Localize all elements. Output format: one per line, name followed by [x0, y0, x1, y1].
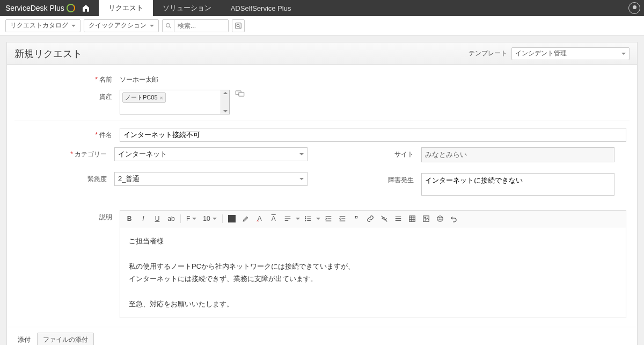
font-size-dropdown[interactable]: 10: [201, 215, 218, 222]
nav-tab-adself[interactable]: ADSelfService Plus: [221, 0, 301, 16]
request-form-card: 新規リクエスト テンプレート インシデント管理 名前 ソーホー太郎 資産: [6, 42, 638, 345]
chevron-down-icon: [213, 218, 217, 220]
urgency-select[interactable]: 2_普通: [114, 172, 308, 186]
desc-line: 私の使用するノートPCから社内ネットワークには接続できていますが、: [129, 260, 617, 272]
brand-text: ServiceDesk Plus: [5, 4, 64, 12]
svg-rect-26: [409, 216, 415, 222]
svg-rect-2: [236, 23, 241, 28]
description-label: 説明: [18, 210, 120, 222]
text-color-icon[interactable]: [226, 213, 238, 225]
urgency-value: 2_普通: [118, 174, 140, 184]
template-value: インシデント管理: [515, 49, 567, 58]
asset-picker-icon[interactable]: [235, 90, 245, 97]
name-value: ソーホー太郎: [120, 73, 626, 84]
highlight-icon[interactable]: [240, 213, 252, 225]
home-icon[interactable]: [82, 4, 99, 12]
user-menu[interactable]: [625, 2, 644, 14]
quote-icon[interactable]: ”: [350, 213, 362, 225]
asset-chip[interactable]: ノートPC05 ×: [122, 92, 166, 103]
quick-action-dropdown[interactable]: クイックアクション: [84, 19, 159, 32]
search-icon[interactable]: [163, 20, 174, 32]
nav-tab-label: ソリューション: [163, 3, 211, 13]
undo-icon[interactable]: [448, 213, 460, 225]
category-label: カテゴリー: [18, 147, 114, 159]
strike-icon[interactable]: ab: [165, 213, 177, 225]
nav-tab-requests[interactable]: リクエスト: [99, 0, 153, 16]
svg-rect-15: [307, 220, 311, 221]
description-textarea[interactable]: ご担当者様 私の使用するノートPCから社内ネットワークには接続できていますが、 …: [120, 227, 626, 318]
svg-point-3: [237, 24, 239, 27]
chevron-down-icon: [150, 25, 154, 27]
scroll-up-icon: [223, 92, 228, 94]
nav-tab-solutions[interactable]: ソリューション: [153, 0, 221, 16]
attach-file-button[interactable]: ファイルの添付: [37, 333, 94, 345]
chevron-down-icon: [192, 218, 196, 220]
asset-scrollbar[interactable]: [221, 90, 229, 114]
search-box: [162, 19, 229, 32]
svg-rect-6: [239, 92, 244, 96]
nav-tab-label: リクエスト: [108, 3, 143, 13]
category-value: インターネット: [118, 149, 167, 159]
unlink-icon[interactable]: [378, 213, 390, 225]
request-catalog-dropdown[interactable]: リクエストカタログ: [5, 19, 80, 32]
fault-textarea[interactable]: インターネットに接続できない: [421, 173, 614, 196]
svg-line-1: [169, 26, 171, 28]
dropdown-label: クイックアクション: [89, 21, 147, 30]
scroll-down-icon: [223, 110, 228, 112]
site-label: サイト: [325, 147, 421, 159]
search-input[interactable]: [174, 20, 228, 32]
outdent-icon[interactable]: [336, 213, 348, 225]
desc-line: インターネットには接続できず、業務に支障が出ています。: [129, 272, 617, 285]
clear-format-icon[interactable]: A×: [254, 213, 266, 225]
asset-label: 資産: [18, 90, 120, 102]
link-icon[interactable]: [364, 213, 376, 225]
image-icon[interactable]: [420, 213, 432, 225]
topbar: ServiceDesk Plus リクエスト ソリューション ADSelfSer…: [0, 0, 644, 16]
paragraph-icon[interactable]: [282, 213, 294, 225]
chevron-down-icon: [299, 178, 304, 180]
desc-line: ご担当者様: [129, 235, 617, 247]
svg-point-12: [305, 220, 306, 221]
chevron-down-icon: [316, 218, 320, 220]
svg-point-34: [438, 218, 439, 218]
description-editor: B I U ab F 10 A× A: [120, 210, 626, 318]
italic-icon[interactable]: I: [137, 213, 149, 225]
chevron-down-icon: [299, 153, 304, 155]
asset-multiselect[interactable]: ノートPC05 ×: [120, 90, 230, 114]
font-family-dropdown[interactable]: F: [184, 215, 199, 222]
asset-chip-remove-icon[interactable]: ×: [160, 95, 163, 101]
emoji-icon[interactable]: [434, 213, 446, 225]
svg-rect-13: [307, 217, 311, 217]
font-size-value: 10: [203, 215, 210, 222]
category-select[interactable]: インターネット: [114, 147, 308, 161]
table-icon[interactable]: [406, 213, 418, 225]
fault-label: 障害発生: [325, 173, 421, 185]
subject-input[interactable]: [120, 128, 626, 142]
svg-point-10: [305, 216, 306, 217]
user-avatar-icon: [628, 2, 640, 14]
secondary-toolbar: リクエストカタログ クイックアクション: [0, 16, 644, 35]
svg-point-33: [437, 216, 443, 222]
svg-rect-14: [307, 218, 311, 219]
template-dropdown[interactable]: インシデント管理: [511, 47, 630, 60]
name-label: 名前: [18, 73, 120, 84]
desc-line: 至急、対応をお願いいたします。: [129, 298, 617, 310]
page-title: 新規リクエスト: [14, 47, 82, 60]
svg-point-0: [166, 23, 170, 27]
indent-icon[interactable]: [323, 213, 334, 225]
bold-icon[interactable]: B: [123, 213, 135, 225]
horizontal-rule-icon[interactable]: [392, 213, 404, 225]
chevron-down-icon: [621, 53, 626, 55]
template-label: テンプレート: [469, 49, 507, 58]
underline-icon[interactable]: U: [151, 213, 163, 225]
attachment-bar: 添付 ファイルの添付: [7, 327, 637, 345]
dropdown-label: リクエストカタログ: [10, 21, 68, 30]
chevron-down-icon: [296, 218, 300, 220]
rte-toolbar: B I U ab F 10 A× A: [120, 211, 626, 227]
remove-style-icon[interactable]: A: [268, 213, 280, 225]
page-header: 新規リクエスト テンプレート インシデント管理: [7, 42, 637, 65]
site-readonly: みなとみらい: [421, 147, 614, 162]
brand-swirl-icon: [67, 4, 75, 12]
bullet-list-icon[interactable]: [302, 213, 314, 225]
search-scope-button[interactable]: [232, 19, 245, 32]
